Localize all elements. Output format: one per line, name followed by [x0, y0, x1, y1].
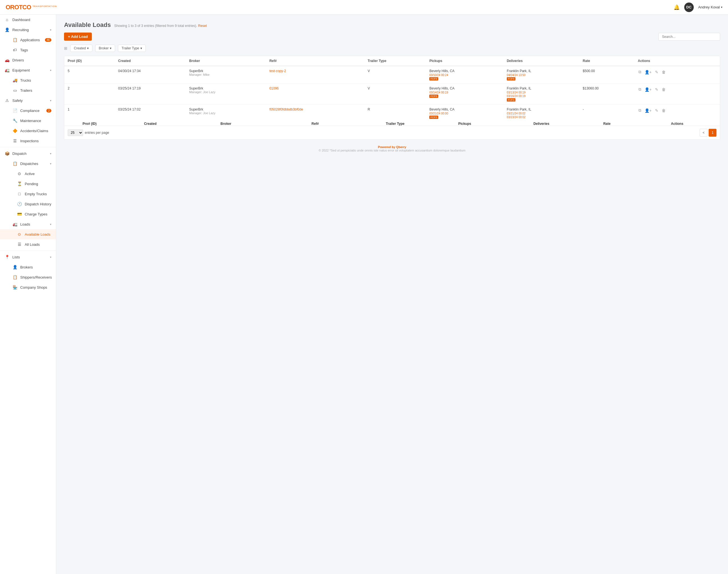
sidebar-item-company-shops[interactable]: 🏪 Company Shops	[0, 282, 56, 292]
filter-trailer-type[interactable]: Trailer Type ▾	[118, 45, 146, 52]
broker-name: SuperBrk	[189, 108, 263, 111]
sidebar-item-trucks[interactable]: 🚚 Trucks	[0, 75, 56, 85]
accidents-icon: 🔶	[12, 128, 17, 133]
sidebar-item-label: Charge Types	[25, 212, 47, 216]
ref-link[interactable]: f05028f0fdbbdb3bf0de	[269, 108, 303, 111]
foot-col-created: Created	[115, 122, 186, 126]
sidebar-item-dispatch-history[interactable]: 🕐 Dispatch History	[0, 199, 56, 209]
sidebar-divider2	[0, 250, 56, 251]
sidebar-item-charge-types[interactable]: 💳 Charge Types	[0, 209, 56, 219]
delivery-date2: 03/16/24 00:19	[507, 94, 576, 98]
copy-button[interactable]: ⧉	[638, 86, 642, 92]
sidebar-item-label: Dispatch History	[25, 202, 51, 206]
sidebar-item-active[interactable]: ⊙ Active	[0, 169, 56, 179]
sidebar-item-compliance[interactable]: 📄 Compliance 2	[0, 106, 56, 116]
sidebar-item-empty-trucks[interactable]: □ Empty Trucks	[0, 189, 56, 199]
sidebar-item-applications[interactable]: 📋 Applications 46	[0, 35, 56, 45]
col-created: Created	[115, 56, 186, 66]
delete-button[interactable]: 🗑	[661, 87, 666, 92]
sidebar-item-inspections[interactable]: ☰ Inspections	[0, 136, 56, 146]
chevron-down-icon: ▾	[50, 99, 51, 102]
col-broker: Broker	[186, 56, 266, 66]
filter-created[interactable]: Created ▾	[70, 45, 92, 52]
sidebar-item-dispatches[interactable]: 📋 Dispatches ▾	[0, 159, 56, 169]
layout: ⌂ Dashboard 👤 Recruiting ▾ 📋 Application…	[0, 14, 728, 574]
sidebar-item-label: Applications	[20, 38, 40, 42]
foot-col-pickups: Pickups	[426, 122, 503, 126]
sidebar-item-label: Tags	[20, 48, 28, 52]
table-footer-row: Pro# (ID) Created Broker Ref# Trailer Ty…	[64, 122, 720, 126]
sidebar-item-dashboard[interactable]: ⌂ Dashboard	[0, 14, 56, 25]
sidebar-item-dispatch[interactable]: 📦 Dispatch ▾	[0, 149, 56, 159]
sidebar-item-tags[interactable]: 🏷 Tags	[0, 45, 56, 55]
table-header-row: Pro# (ID) Created Broker Ref# Trailer Ty…	[64, 56, 720, 66]
foot-col-pro-id: Pro# (ID)	[64, 122, 115, 126]
foot-col-ref: Ref#	[266, 122, 364, 126]
assign-button[interactable]: 👤+	[644, 87, 652, 92]
edit-button[interactable]: ✎	[654, 87, 659, 92]
cell-pro-id: 2	[64, 84, 115, 105]
sidebar-item-shippers[interactable]: 📋 Shippers/Receivers	[0, 272, 56, 282]
sidebar-item-safety[interactable]: ⚠ Safety ▾	[0, 95, 56, 106]
pickup-date: 03/21/24 00:00	[429, 112, 500, 115]
sidebar-item-trailers[interactable]: ▭ Trailers	[0, 85, 56, 95]
ref-link[interactable]: test-copy-2	[269, 69, 286, 73]
cell-created: 04/30/24 17:34	[115, 66, 186, 84]
sidebar-item-maintenance[interactable]: 🔧 Maintenance	[0, 116, 56, 126]
pickup-fcfs-badge: FCFS	[429, 77, 438, 81]
sidebar-item-label: Shippers/Receivers	[20, 275, 52, 279]
delivery-date: 04/04/24 13:50	[507, 74, 576, 77]
page-1-button[interactable]: 1	[708, 129, 717, 137]
sidebar-item-equipment[interactable]: 🚛 Equipment ▾	[0, 65, 56, 75]
ref-link[interactable]: 01096	[269, 86, 278, 90]
sidebar-item-all-loads[interactable]: ☰ All Loads	[0, 239, 56, 249]
delete-button[interactable]: 🗑	[661, 69, 666, 75]
reset-link[interactable]: Reset	[198, 24, 207, 28]
sidebar-item-recruiting[interactable]: 👤 Recruiting ▾	[0, 25, 56, 35]
table-row: 5 04/30/24 17:34 SuperBrk Manager: Mike …	[64, 66, 720, 84]
sidebar-item-drivers[interactable]: 🚗 Drivers	[0, 55, 56, 65]
cell-broker: SuperBrk Manager: Mike	[186, 66, 266, 84]
sidebar-item-accidents[interactable]: 🔶 Accidents/Claims	[0, 126, 56, 136]
search-input[interactable]	[658, 33, 720, 41]
sidebar-item-loads[interactable]: 🚛 Loads ▾	[0, 219, 56, 229]
copy-button[interactable]: ⧉	[638, 69, 642, 75]
cell-ref: test-copy-2	[266, 66, 364, 84]
sidebar-item-label: Trucks	[20, 78, 31, 82]
sidebar-item-label: Company Shops	[20, 285, 47, 290]
notification-bell-icon[interactable]: 🔔	[674, 4, 680, 10]
add-load-button[interactable]: + Add Load	[64, 33, 92, 41]
filter-broker[interactable]: Broker ▾	[95, 45, 115, 52]
assign-button[interactable]: 👤+	[644, 108, 652, 113]
edit-button[interactable]: ✎	[654, 108, 659, 113]
company-shops-icon: 🏪	[12, 285, 17, 290]
delete-button[interactable]: 🗑	[661, 108, 666, 113]
trucks-icon: 🚚	[12, 78, 17, 82]
sidebar: ⌂ Dashboard 👤 Recruiting ▾ 📋 Application…	[0, 14, 56, 574]
toolbar-left: + Add Load	[64, 33, 92, 41]
copy-button[interactable]: ⧉	[638, 108, 642, 113]
user-name[interactable]: Andrey Koval ▾	[698, 5, 722, 9]
foot-col-broker: Broker	[186, 122, 266, 126]
sidebar-item-brokers[interactable]: 👤 Brokers	[0, 262, 56, 272]
home-icon: ⌂	[4, 17, 9, 22]
sidebar-item-available-loads[interactable]: ⊙ Available Loads	[0, 229, 56, 239]
chevron-down-icon: ▾	[50, 256, 51, 259]
prev-page-button[interactable]: <	[700, 129, 707, 137]
sidebar-item-pending[interactable]: ⏳ Pending	[0, 179, 56, 189]
assign-button[interactable]: 👤+	[644, 69, 652, 75]
entries-select[interactable]: 25 50 100	[68, 129, 83, 136]
cell-pickups: Beverly Hills, CA 03/14/24 00:19 FCFS	[426, 84, 503, 105]
delivery-date2: 03/23/24 00:02	[507, 116, 576, 119]
cell-rate: -	[579, 105, 635, 122]
broker-manager: Manager: Joe Lazy	[189, 111, 263, 115]
dispatches-icon: 📋	[12, 161, 17, 166]
sidebar-item-lists[interactable]: 📍 Lists ▾	[0, 252, 56, 262]
dispatch-icon: 📦	[4, 151, 9, 156]
table-row: 1 03/25/24 17:02 SuperBrk Manager: Joe L…	[64, 105, 720, 122]
entries-label: entries per page	[85, 131, 109, 135]
edit-button[interactable]: ✎	[654, 69, 659, 75]
top-header: OROTCO TRANSPORTATION 🔔 DC Andrey Koval …	[0, 0, 728, 14]
main-content: Available Loads Showing 1 to 3 of 3 entr…	[56, 14, 728, 574]
sidebar-item-label: Loads	[20, 222, 30, 227]
